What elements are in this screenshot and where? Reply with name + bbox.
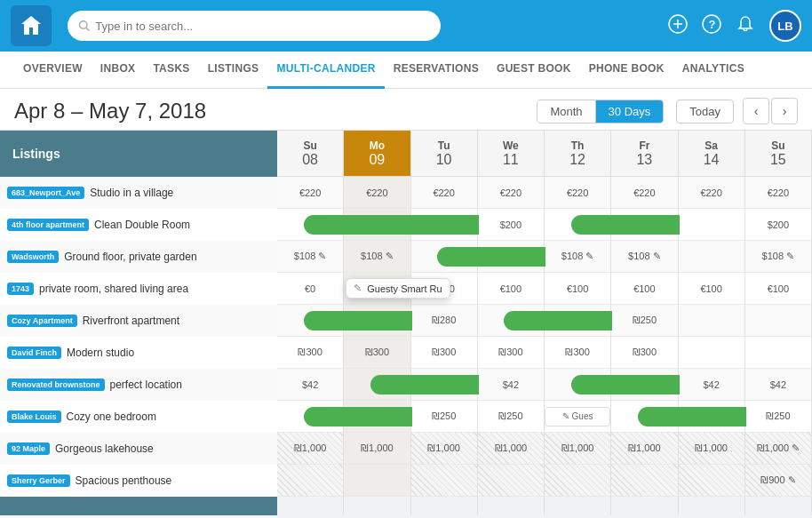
calendar-cell[interactable]	[679, 337, 744, 369]
calendar-cell[interactable]: $42	[745, 369, 811, 401]
partial-booking-tooltip[interactable]: ✎ Gues	[545, 407, 610, 426]
calendar-cell[interactable]: ₪900 ✎	[745, 465, 811, 497]
listing-row[interactable]: 92 MapleGorgeous lakehouse	[0, 433, 277, 465]
calendar-cell[interactable]: ₪250	[478, 401, 544, 433]
calendar-cell[interactable]: €220	[478, 177, 544, 209]
booking-bar-mid[interactable]	[609, 375, 679, 394]
listing-row[interactable]: Renovated brownstoneperfect location	[0, 369, 277, 401]
calendar-cell[interactable]	[611, 369, 677, 401]
add-icon[interactable]	[668, 14, 688, 38]
booking-bar-mid[interactable]	[342, 407, 411, 426]
booking-bar[interactable]	[571, 215, 613, 235]
calendar-cell[interactable]	[679, 241, 744, 273]
listing-row[interactable]: Sherry GerberSpacious penthouse	[0, 465, 277, 497]
calendar-cell[interactable]: $42	[277, 369, 343, 401]
calendar-cell[interactable]	[611, 465, 677, 497]
calendar-cell[interactable]: ₪1,000 ✎	[745, 433, 811, 465]
calendar-cell[interactable]	[679, 305, 744, 337]
calendar-cell[interactable]	[745, 305, 811, 337]
listing-row[interactable]: WadsworthGround floor, private garden	[0, 241, 277, 273]
calendar-cell[interactable]	[277, 209, 343, 241]
nav-multi-calander[interactable]: MULTI-CALANDER	[267, 52, 384, 89]
listing-row[interactable]: David FinchModern studio	[0, 337, 277, 369]
calendar-cell[interactable]	[344, 209, 410, 241]
listing-row[interactable]: 1743private room, shared living area	[0, 273, 277, 305]
booking-bar-mid[interactable]	[543, 311, 612, 331]
calendar-cell[interactable]: €0	[277, 273, 343, 305]
calendar-cell[interactable]: ₪1,000	[611, 433, 677, 465]
calendar-cell[interactable]: ₪300	[411, 337, 477, 369]
calendar-cell[interactable]: €100	[545, 273, 610, 305]
calendar-cell[interactable]: ✎ Gues	[545, 401, 610, 433]
listing-row[interactable]: 4th floor apartmentClean Double Room	[0, 209, 277, 241]
calendar-cell[interactable]: ₪1,000	[478, 433, 544, 465]
booking-bar[interactable]	[504, 311, 545, 331]
listing-row[interactable]: Cozy ApartmentRiverfront apartment	[0, 305, 277, 337]
calendar-cell[interactable]: $108 ✎	[745, 241, 811, 273]
calendar-cell[interactable]: ₪300	[545, 337, 610, 369]
calendar-cell[interactable]	[478, 465, 544, 497]
bell-icon[interactable]	[736, 14, 755, 38]
help-icon[interactable]: ?	[702, 14, 721, 38]
booking-bar[interactable]	[370, 375, 412, 394]
calendar-cell[interactable]	[545, 369, 610, 401]
search-bar[interactable]	[68, 11, 441, 41]
booking-bar-mid[interactable]	[476, 247, 545, 267]
calendar-cell[interactable]: ₪250	[611, 305, 677, 337]
calendar-cell[interactable]: ₪300	[478, 337, 544, 369]
search-input[interactable]	[95, 20, 430, 33]
calendar-cell[interactable]: €100	[745, 273, 811, 305]
avatar[interactable]: LB	[769, 10, 801, 42]
listing-row[interactable]: 683_Newport_AveStudio in a village	[0, 177, 277, 209]
calendar-cell[interactable]: €220	[611, 177, 677, 209]
calendar-cell[interactable]: ₪300	[344, 337, 410, 369]
booking-bar[interactable]	[304, 311, 346, 331]
booking-bar[interactable]	[437, 247, 479, 267]
calendar-cell[interactable]	[277, 465, 343, 497]
nav-overview[interactable]: OVERVIEW	[14, 52, 92, 89]
calendar-cell[interactable]: $42	[679, 369, 744, 401]
calendar-cell[interactable]: ₪250	[411, 401, 477, 433]
booking-bar-mid[interactable]	[342, 311, 411, 331]
calendar-cell[interactable]	[478, 305, 544, 337]
calendar-cell[interactable]: €100	[679, 273, 744, 305]
calendar-cell[interactable]: ₪1,000	[277, 433, 343, 465]
booking-bar[interactable]	[638, 407, 680, 426]
30days-view-btn[interactable]: 30 Days	[596, 100, 664, 123]
listing-row[interactable]: Blake LouisCozy one bedroom	[0, 401, 277, 433]
logo[interactable]	[11, 5, 52, 46]
nav-phone-book[interactable]: PHONE BOOK	[580, 52, 673, 89]
calendar-cell[interactable]: ₪1,000	[344, 433, 410, 465]
calendar-cell[interactable]	[277, 401, 343, 433]
calendar-cell[interactable]	[745, 337, 811, 369]
calendar-cell[interactable]: €220	[745, 177, 811, 209]
calendar-cell[interactable]: $200	[745, 209, 811, 241]
booking-bar-mid[interactable]	[342, 215, 411, 235]
calendar-cell[interactable]	[679, 401, 744, 433]
nav-guest-book[interactable]: GUEST BOOK	[488, 52, 580, 89]
calendar-cell[interactable]: €220	[277, 177, 343, 209]
calendar-cell[interactable]: €220	[545, 177, 610, 209]
booking-bar[interactable]	[304, 215, 346, 235]
calendar-cell[interactable]: €220	[679, 177, 744, 209]
booking-bar-mid[interactable]	[677, 407, 746, 426]
calendar-cell[interactable]	[344, 305, 410, 337]
calendar-cell[interactable]	[411, 209, 477, 241]
calendar-cell[interactable]	[478, 241, 544, 273]
calendar-cell[interactable]	[344, 465, 410, 497]
calendar-cell[interactable]	[344, 369, 410, 401]
calendar-cell[interactable]	[545, 209, 610, 241]
calendar-cell[interactable]: $108 ✎	[545, 241, 610, 273]
calendar-cell[interactable]	[277, 305, 343, 337]
calendar-cell[interactable]: €220	[411, 177, 477, 209]
calendar-cell[interactable]: $42	[478, 369, 544, 401]
calendar-cell[interactable]	[411, 465, 477, 497]
calendar-cell[interactable]	[344, 401, 410, 433]
calendar-cell[interactable]: ₪300	[277, 337, 343, 369]
calendar-cell[interactable]	[679, 465, 744, 497]
booking-bar[interactable]	[571, 375, 613, 394]
calendar-cell[interactable]: ₪250	[745, 401, 811, 433]
calendar-cell[interactable]: €100	[478, 273, 544, 305]
calendar-cell[interactable]: ✎ Guesty Smart Ru	[344, 273, 410, 305]
calendar-cell[interactable]: $200	[478, 209, 544, 241]
